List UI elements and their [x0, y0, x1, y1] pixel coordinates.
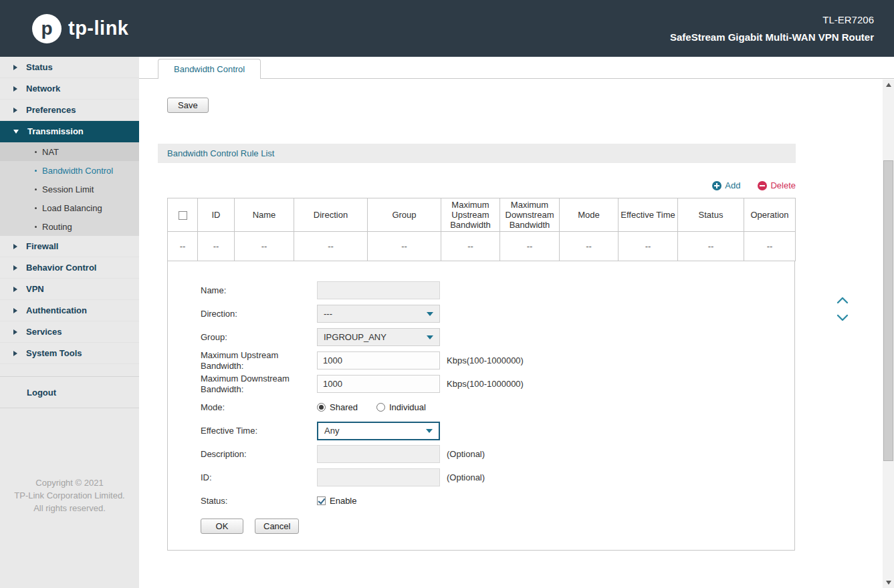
- description-note: (Optional): [447, 449, 485, 459]
- chevron-up-icon[interactable]: [836, 297, 849, 304]
- radio-individual[interactable]: [376, 403, 385, 412]
- logout-button[interactable]: Logout: [0, 376, 139, 408]
- max-upstream-input[interactable]: [317, 351, 440, 370]
- table-cell: --: [744, 232, 796, 261]
- sidebar-item-label: Services: [26, 327, 62, 337]
- copyright-line: TP-Link Corporation Limited.: [0, 489, 139, 502]
- chevron-right-icon: [13, 86, 17, 92]
- device-subtitle: SafeStream Gigabit Multi-WAN VPN Router: [670, 31, 874, 43]
- max-upstream-label: Maximum Upstream Bandwidth:: [201, 350, 317, 372]
- direction-value: ---: [324, 309, 332, 319]
- column-header: Status: [678, 198, 744, 232]
- add-button[interactable]: Add: [712, 180, 740, 190]
- effective-time-label: Effective Time:: [201, 426, 317, 436]
- enable-label: Enable: [330, 496, 356, 506]
- delete-icon: [758, 181, 767, 190]
- scrollbar-thumb[interactable]: [883, 160, 893, 461]
- chevron-down-icon[interactable]: [836, 314, 849, 321]
- id-label: ID:: [201, 472, 317, 483]
- max-upstream-unit: Kbps(100-1000000): [447, 355, 524, 365]
- sidebar-item-preferences[interactable]: Preferences: [0, 100, 139, 121]
- form-row-group: Group: IPGROUP_ANY: [201, 325, 794, 349]
- form-row-id: ID: (Optional): [201, 466, 794, 489]
- tab-bar: Bandwidth Control: [139, 57, 894, 79]
- sidebar-item-label: VPN: [26, 284, 44, 294]
- table-cell: --: [368, 232, 441, 261]
- scroll-up-button[interactable]: [883, 80, 894, 90]
- mode-option-individual[interactable]: Individual: [376, 402, 426, 412]
- column-header: Maximum Upstream Bandwidth: [441, 198, 500, 232]
- sidebar-item-load-balancing[interactable]: Load Balancing: [0, 198, 139, 217]
- sidebar-item-behavior-control[interactable]: Behavior Control: [0, 257, 139, 279]
- save-button[interactable]: Save: [167, 98, 209, 113]
- sidebar-item-label: Behavior Control: [26, 263, 96, 273]
- group-label: Group:: [201, 332, 317, 343]
- radio-shared[interactable]: [317, 403, 326, 412]
- cancel-button[interactable]: Cancel: [255, 519, 299, 534]
- tab-bandwidth-control[interactable]: Bandwidth Control: [158, 59, 261, 79]
- description-input[interactable]: [317, 445, 440, 463]
- table-cell: --: [500, 232, 560, 261]
- sidebar-item-firewall[interactable]: Firewall: [0, 236, 139, 257]
- chevron-right-icon: [13, 329, 17, 335]
- column-header: Group: [368, 198, 441, 232]
- id-input[interactable]: [317, 468, 440, 486]
- sidebar-item-routing[interactable]: Routing: [0, 217, 139, 236]
- name-label: Name:: [201, 285, 317, 296]
- column-header: Maximum Downstream Bandwidth: [500, 198, 560, 232]
- submenu-item-label: Load Balancing: [42, 203, 102, 213]
- dropdown-arrow-icon: [427, 335, 433, 339]
- sidebar-item-authentication[interactable]: Authentication: [0, 300, 139, 321]
- sidebar-item-session-limit[interactable]: Session Limit: [0, 180, 139, 198]
- sidebar-item-network[interactable]: Network: [0, 78, 139, 100]
- sidebar-item-services[interactable]: Services: [0, 321, 139, 343]
- direction-select[interactable]: ---: [317, 305, 440, 323]
- dropdown-arrow-icon: [427, 312, 433, 316]
- device-info: TL-ER7206 SafeStream Gigabit Multi-WAN V…: [670, 14, 874, 43]
- status-label: Status:: [201, 496, 317, 506]
- chevron-right-icon: [13, 308, 17, 313]
- sidebar-item-label: Preferences: [26, 105, 76, 115]
- sidebar-item-label: Status: [26, 62, 53, 72]
- table-cell: --: [441, 232, 500, 261]
- form-row-max-downstream: Maximum Downstream Bandwidth: Kbps(100-1…: [201, 372, 794, 396]
- delete-button[interactable]: Delete: [758, 180, 796, 190]
- scroll-down-button[interactable]: [883, 577, 894, 588]
- table-cell: --: [235, 232, 294, 261]
- form-row-mode: Mode: Shared Individual: [201, 396, 794, 419]
- form-row-effective-time: Effective Time: Any: [201, 419, 794, 442]
- sidebar-item-vpn[interactable]: VPN: [0, 279, 139, 300]
- sidebar-item-system-tools[interactable]: System Tools: [0, 343, 139, 364]
- max-downstream-label: Maximum Downstream Bandwidth:: [201, 374, 317, 395]
- name-input[interactable]: [317, 281, 440, 299]
- chevron-right-icon: [13, 265, 17, 271]
- max-downstream-input[interactable]: [317, 375, 440, 393]
- mode-option-shared[interactable]: Shared: [317, 402, 358, 412]
- max-downstream-unit: Kbps(100-1000000): [447, 379, 524, 389]
- effective-time-value: Any: [324, 426, 339, 436]
- sidebar-item-bandwidth-control[interactable]: Bandwidth Control: [0, 161, 139, 180]
- sidebar-item-label: Network: [26, 84, 60, 94]
- scroll-up-icon: [886, 83, 891, 87]
- table-cell: --: [294, 232, 368, 261]
- ok-button[interactable]: OK: [201, 519, 243, 534]
- main-content: Bandwidth Control Save Bandwidth Control…: [139, 57, 894, 588]
- sidebar-item-label: Transmission: [27, 126, 84, 136]
- column-header: Operation: [744, 198, 796, 232]
- column-header: Name: [235, 198, 294, 232]
- effective-time-select[interactable]: Any: [317, 422, 440, 440]
- mode-shared-label: Shared: [330, 402, 358, 412]
- group-select[interactable]: IPGROUP_ANY: [317, 328, 440, 346]
- sidebar-item-transmission[interactable]: Transmission: [0, 121, 139, 142]
- table-cell: --: [198, 232, 235, 261]
- scroll-down-icon: [886, 581, 891, 585]
- mode-label: Mode:: [201, 402, 317, 413]
- add-icon: [712, 181, 721, 190]
- sidebar-item-status[interactable]: Status: [0, 57, 139, 78]
- form-row-name: Name:: [201, 279, 794, 302]
- status-option-enable[interactable]: Enable: [317, 496, 356, 506]
- chevron-right-icon: [13, 108, 17, 113]
- select-all-checkbox[interactable]: [179, 211, 187, 220]
- sidebar-item-nat[interactable]: NAT: [0, 142, 139, 161]
- enable-checkbox[interactable]: [317, 496, 326, 505]
